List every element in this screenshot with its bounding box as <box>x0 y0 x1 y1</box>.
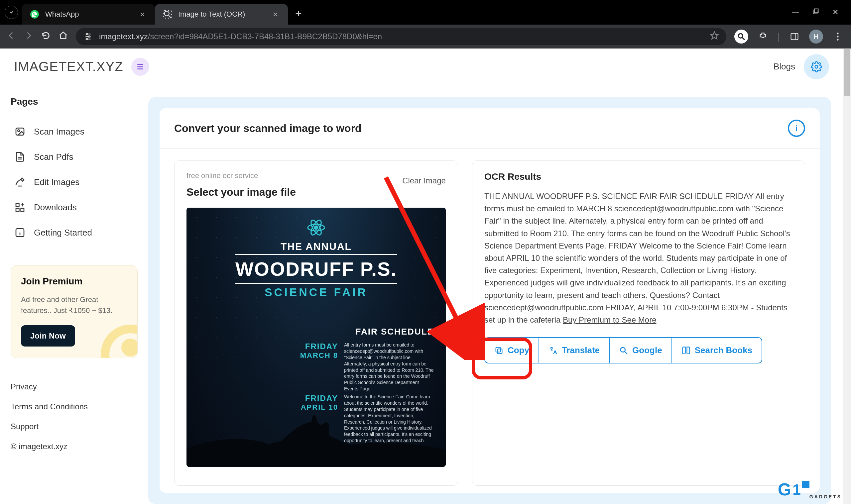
kebab-menu-icon[interactable] <box>831 30 844 43</box>
back-button[interactable] <box>7 31 16 42</box>
clear-image-button[interactable]: Clear Image <box>402 176 446 185</box>
silhouette-icon <box>187 385 446 467</box>
profile-avatar[interactable]: H <box>809 30 823 43</box>
select-image-title: Select your image file <box>187 186 446 198</box>
atom-icon <box>306 218 326 239</box>
close-icon[interactable]: × <box>271 9 280 20</box>
site-settings-icon[interactable] <box>83 32 93 41</box>
svg-point-13 <box>738 34 743 38</box>
main-content: Convert your scanned image to word i fre… <box>148 85 843 504</box>
copy-icon <box>494 346 503 355</box>
ocr-panel: OCR Results THE ANNUAL WOODRUFF P.S. SCI… <box>472 160 805 486</box>
copy-button[interactable]: Copy <box>484 337 539 363</box>
svg-point-1 <box>164 11 169 16</box>
new-tab-button[interactable]: + <box>295 7 302 20</box>
tab-whatsapp[interactable]: WhatsApp × <box>22 4 155 24</box>
sidebar-item-label: Downloads <box>34 202 77 213</box>
search-books-button[interactable]: Search Books <box>672 337 762 363</box>
svg-point-17 <box>837 33 838 34</box>
close-window-icon[interactable]: ✕ <box>832 8 838 17</box>
reload-button[interactable] <box>41 31 51 42</box>
site-logo[interactable]: IMAGETEXT.XYZ <box>14 59 123 74</box>
svg-line-14 <box>742 38 745 40</box>
bookmark-icon[interactable] <box>710 31 719 42</box>
sidebar-item-label: Scan Pdfs <box>34 152 73 162</box>
sidebar-item-scan-images[interactable]: Scan Images <box>11 119 138 144</box>
settings-button[interactable] <box>804 54 829 79</box>
svg-point-10 <box>88 36 90 37</box>
watermark: G1 GADGETS <box>778 480 842 499</box>
sidebar-item-scan-pdfs[interactable]: Scan Pdfs <box>11 144 138 169</box>
menu-button[interactable] <box>131 58 149 76</box>
premium-card: Join Premium Ad-free and other Great fea… <box>11 265 138 358</box>
image-panel: free online ocr service Select your imag… <box>174 160 458 486</box>
scrollbar[interactable] <box>843 49 851 504</box>
svg-rect-41 <box>496 347 501 352</box>
svg-rect-4 <box>814 9 818 13</box>
search-icon <box>619 346 628 355</box>
nav-blogs[interactable]: Blogs <box>774 61 795 72</box>
footer-privacy[interactable]: Privacy <box>11 377 138 397</box>
translate-button[interactable]: Translate <box>538 337 610 363</box>
sidebar: Pages Scan Images Scan Pdfs Edit Images … <box>0 85 148 504</box>
sidebar-item-label: Edit Images <box>34 177 79 187</box>
sidebar-title: Pages <box>11 96 138 107</box>
svg-line-43 <box>625 352 627 354</box>
sidebar-item-edit-images[interactable]: Edit Images <box>11 169 138 195</box>
browser-toolbar: imagetext.xyz/screen?id=984AD5E1-DCB3-7B… <box>0 24 851 49</box>
info-button[interactable]: i <box>788 120 805 137</box>
svg-rect-24 <box>16 128 24 135</box>
ocr-text[interactable]: THE ANNUAL WOODRUFF P.S. SCIENCE FAIR FA… <box>484 190 793 326</box>
side-panel-icon[interactable] <box>788 30 801 43</box>
grid-plus-icon <box>15 202 25 213</box>
tab-imagetext[interactable]: Image to Text (OCR) × <box>155 4 288 24</box>
sidebar-item-label: Scan Images <box>34 127 85 137</box>
address-bar[interactable]: imagetext.xyz/screen?id=984AD5E1-DCB3-7B… <box>76 28 726 45</box>
footer-links: Privacy Terms and Conditions Support © i… <box>11 377 138 456</box>
ocr-title: OCR Results <box>484 172 793 182</box>
svg-point-11 <box>86 38 88 39</box>
join-now-button[interactable]: Join Now <box>21 325 75 346</box>
svg-point-9 <box>86 33 88 35</box>
ocr-icon <box>163 10 172 19</box>
minimize-icon[interactable]: — <box>792 8 799 17</box>
translate-icon <box>549 346 558 355</box>
extensions-icon[interactable] <box>756 30 769 43</box>
footer-copyright[interactable]: © imagetext.xyz <box>11 436 138 456</box>
tab-list-dropdown[interactable] <box>5 6 18 19</box>
poster-schedule-title: FAIR SCHEDULE <box>355 327 433 337</box>
browser-tabstrip: WhatsApp × Image to Text (OCR) × + — ✕ <box>0 0 851 24</box>
home-button[interactable] <box>58 31 68 42</box>
maximize-icon[interactable] <box>812 8 819 17</box>
svg-rect-5 <box>813 10 817 14</box>
google-lens-icon[interactable] <box>734 30 748 43</box>
svg-point-18 <box>837 36 838 37</box>
ocr-actions: Copy Translate Google <box>484 337 793 363</box>
window-controls: — ✕ <box>792 8 851 17</box>
footer-support[interactable]: Support <box>11 417 138 436</box>
uploaded-image[interactable]: THE ANNUAL WOODRUFF P.S. SCIENCE FAIR FA… <box>187 208 446 467</box>
footer-terms[interactable]: Terms and Conditions <box>11 397 138 417</box>
svg-rect-29 <box>16 208 19 211</box>
buy-premium-link[interactable]: Buy Premium to See More <box>563 315 656 324</box>
book-icon <box>681 346 691 355</box>
svg-marker-12 <box>710 32 718 39</box>
url-text: imagetext.xyz/screen?id=984AD5E1-DCB3-7B… <box>99 32 382 41</box>
svg-point-25 <box>18 130 19 131</box>
sidebar-item-downloads[interactable]: Downloads <box>11 195 138 220</box>
forward-button[interactable] <box>24 31 33 42</box>
svg-point-19 <box>837 39 838 40</box>
image-icon <box>15 126 25 137</box>
whatsapp-icon <box>30 10 39 19</box>
svg-point-36 <box>315 226 318 229</box>
svg-point-23 <box>815 65 818 68</box>
premium-title: Join Premium <box>21 276 127 287</box>
scrollbar-thumb[interactable] <box>844 49 850 96</box>
premium-subtitle: Ad-free and other Great features.. Just … <box>21 294 127 316</box>
google-button[interactable]: Google <box>609 337 672 363</box>
close-icon[interactable]: × <box>138 9 147 20</box>
file-icon <box>15 151 25 162</box>
svg-line-2 <box>169 16 171 18</box>
sidebar-item-getting-started[interactable]: Getting Started <box>11 220 138 245</box>
page-title: Convert your scanned image to word <box>174 122 362 134</box>
